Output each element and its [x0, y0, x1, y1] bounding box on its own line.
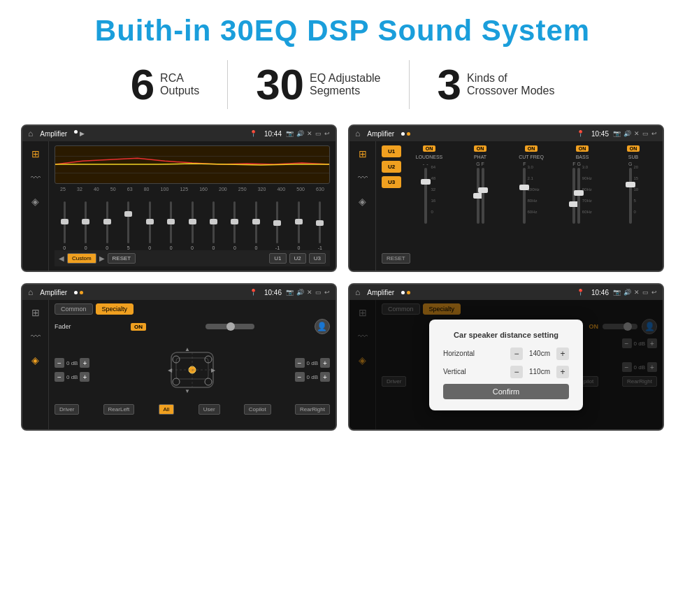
- eq-custom-btn[interactable]: Custom: [67, 253, 96, 264]
- eq-u3-btn[interactable]: U3: [309, 253, 326, 264]
- cutfreq-on-btn[interactable]: ON: [525, 145, 538, 152]
- crossover-reset-btn[interactable]: RESET: [382, 253, 410, 264]
- crossover-u1-btn[interactable]: U1: [382, 145, 401, 157]
- eq-thumb-1[interactable]: [61, 219, 68, 224]
- eq-filter-icon[interactable]: ⊞: [31, 148, 40, 159]
- dialog-vertical-plus[interactable]: +: [556, 366, 569, 378]
- crossover-wave-icon[interactable]: 〰: [358, 172, 368, 183]
- sub-on-btn[interactable]: ON: [627, 145, 640, 152]
- crossover-u3-btn[interactable]: U3: [382, 176, 401, 188]
- eq-next-btn[interactable]: ▶: [99, 255, 105, 262]
- eq-thumb-3[interactable]: [103, 219, 111, 224]
- speaker-back-icon[interactable]: ↩: [324, 289, 330, 296]
- cutfreq-track-f[interactable]: [523, 168, 526, 224]
- eq-track-3[interactable]: [106, 201, 108, 243]
- rearleft-btn[interactable]: RearLeft: [103, 404, 135, 415]
- fader-slider[interactable]: [206, 324, 254, 329]
- eq-track-4[interactable]: [127, 201, 129, 243]
- dialog-home-icon[interactable]: ⌂: [355, 287, 360, 297]
- eq-thumb-7[interactable]: [189, 219, 196, 224]
- eq-thumb-8[interactable]: [210, 219, 217, 224]
- eq-track-2[interactable]: [85, 201, 87, 243]
- bass-track-g[interactable]: [577, 168, 580, 224]
- vol-fl-plus[interactable]: +: [80, 358, 89, 368]
- eq-prev-btn[interactable]: ◀: [59, 255, 64, 262]
- dialog-horizontal-minus[interactable]: −: [510, 348, 523, 360]
- phat-track-g[interactable]: [477, 168, 480, 224]
- eq-track-8[interactable]: [212, 201, 215, 243]
- vol-fl-minus[interactable]: −: [55, 358, 64, 368]
- eq-thumb-5[interactable]: [146, 219, 154, 224]
- eq-track-9[interactable]: [233, 201, 236, 243]
- tab-specialty[interactable]: Specialty: [96, 303, 134, 315]
- driver-btn[interactable]: Driver: [55, 404, 79, 415]
- vol-fr-plus[interactable]: +: [320, 358, 330, 368]
- cutfreq-thumb-f[interactable]: [519, 185, 529, 190]
- vol-rr-minus[interactable]: −: [295, 372, 305, 382]
- fader-thumb[interactable]: [226, 322, 235, 331]
- screenshots-grid: ⌂ Amplifier ▶ 📍 10:44 📷 🔊 ✕ ▭ ↩: [21, 124, 664, 431]
- loudness-on-btn[interactable]: ON: [423, 145, 436, 152]
- phat-on-btn[interactable]: ON: [474, 145, 487, 152]
- fader-on-btn[interactable]: ON: [131, 323, 146, 331]
- eq-x-icon: ✕: [307, 130, 312, 137]
- eq-back-icon[interactable]: ↩: [324, 130, 330, 137]
- dialog-vertical-minus[interactable]: −: [510, 366, 523, 378]
- speaker-home-icon[interactable]: ⌂: [28, 287, 33, 297]
- crossover-speaker-icon[interactable]: ◈: [359, 196, 366, 207]
- eq-home-icon[interactable]: ⌂: [28, 129, 33, 138]
- eq-thumb-11[interactable]: [273, 220, 281, 226]
- eq-thumb-9[interactable]: [231, 219, 238, 224]
- loudness-track[interactable]: [424, 168, 427, 224]
- eq-thumb-6[interactable]: [167, 219, 175, 224]
- speaker-vol-icon: 🔊: [296, 289, 304, 296]
- bass-thumb-g[interactable]: [574, 190, 584, 196]
- eq-track-1[interactable]: [64, 201, 66, 243]
- all-btn[interactable]: All: [159, 404, 175, 415]
- eq-thumb-12[interactable]: [295, 219, 303, 224]
- loudness-label: LOUDNESS: [416, 155, 443, 159]
- eq-thumb-2[interactable]: [82, 219, 89, 224]
- eq-track-6[interactable]: [170, 201, 172, 243]
- eq-u1-btn[interactable]: U1: [269, 253, 286, 264]
- copilot-btn[interactable]: Copilot: [244, 404, 271, 415]
- eq-track-7[interactable]: [192, 201, 194, 243]
- crossover-filter-icon[interactable]: ⊞: [359, 148, 367, 159]
- loudness-thumb[interactable]: [421, 179, 431, 185]
- sub-thumb[interactable]: [626, 182, 635, 187]
- eq-track-12[interactable]: [298, 201, 300, 243]
- dialog-back-icon[interactable]: ↩: [651, 289, 657, 296]
- bass-track-f[interactable]: [572, 168, 575, 224]
- speaker-wave-icon[interactable]: 〰: [31, 331, 41, 342]
- crossover-back-icon[interactable]: ↩: [651, 130, 657, 137]
- profile-icon[interactable]: 👤: [315, 319, 330, 334]
- speaker-filter-icon[interactable]: ⊞: [31, 307, 40, 318]
- rearright-btn[interactable]: RearRight: [295, 404, 330, 415]
- phat-thumb-f[interactable]: [478, 187, 488, 193]
- vol-rl-minus[interactable]: −: [55, 372, 64, 382]
- eq-track-11[interactable]: [276, 201, 278, 243]
- bass-on-btn[interactable]: ON: [576, 145, 589, 152]
- vol-rr-plus[interactable]: +: [320, 372, 330, 382]
- vol-fr-minus[interactable]: −: [295, 358, 305, 368]
- eq-thumb-4[interactable]: [124, 211, 132, 217]
- eq-wave-icon[interactable]: 〰: [31, 172, 41, 183]
- eq-u2-btn[interactable]: U2: [289, 253, 306, 264]
- vol-rl-plus[interactable]: +: [80, 372, 89, 382]
- eq-track-10[interactable]: [255, 201, 257, 243]
- eq-reset-btn[interactable]: RESET: [108, 253, 136, 264]
- tab-common[interactable]: Common: [55, 303, 93, 315]
- crossover-u2-btn[interactable]: U2: [382, 161, 401, 173]
- eq-track-5[interactable]: [149, 201, 151, 243]
- eq-thumb-13[interactable]: [316, 220, 324, 226]
- confirm-button[interactable]: Confirm: [443, 384, 569, 399]
- speaker-spk-icon[interactable]: ◈: [31, 354, 39, 366]
- phat-track-f[interactable]: [482, 168, 484, 224]
- eq-track-13[interactable]: [319, 201, 321, 243]
- sub-track[interactable]: [629, 168, 632, 224]
- user-btn[interactable]: User: [199, 404, 220, 415]
- eq-thumb-10[interactable]: [252, 219, 260, 224]
- crossover-home-icon[interactable]: ⌂: [355, 129, 360, 138]
- eq-speaker-icon[interactable]: ◈: [31, 196, 39, 207]
- dialog-horizontal-plus[interactable]: +: [556, 348, 569, 360]
